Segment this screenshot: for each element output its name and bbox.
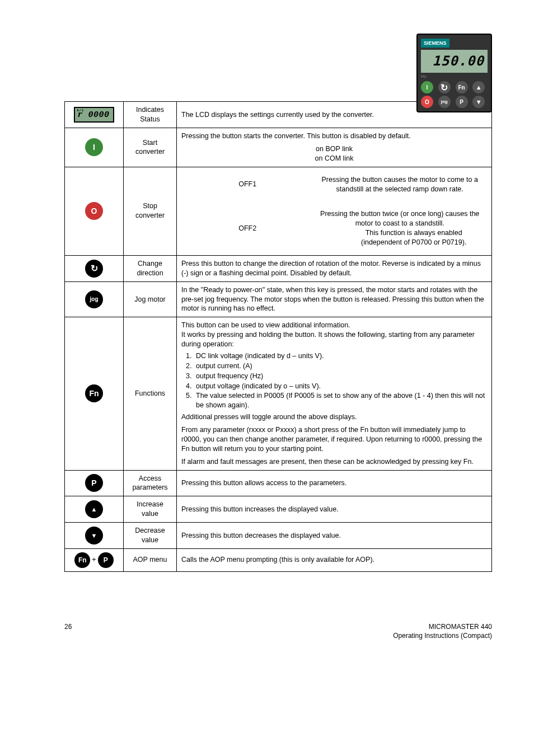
table-row: Fn Functions This button can be used to … [65, 317, 492, 470]
fn-li: output voltage (indicated by o – units V… [194, 382, 487, 391]
operator-panel-image: SIEMENS 150.00 Hz I Fn O jog P [64, 34, 492, 112]
fn-button-icon: Fn [85, 384, 103, 402]
hz-label: Hz [421, 74, 488, 80]
down-button-icon [85, 527, 103, 544]
fn-label: Jog motor [124, 281, 177, 317]
fn-p2: It works by pressing and holding the but… [181, 330, 487, 349]
fn-desc: Press this button to change the directio… [177, 255, 492, 281]
page-footer: 26 MICROMASTER 440 Operating Instruction… [64, 622, 492, 640]
table-row: O Stop converter OFF1 Pressing the butto… [65, 167, 492, 255]
fn-label: Stop converter [124, 167, 177, 255]
jog-button-icon: jog [85, 290, 103, 308]
fn-label: Increase value [124, 496, 177, 523]
stop-button-icon: O [85, 202, 103, 220]
fn-li: output current. (A) [194, 361, 487, 371]
fn-li: output frequency (Hz) [194, 372, 487, 381]
panel-button-grid: I Fn O jog P [421, 81, 488, 108]
fn-label: AOP menu [124, 548, 177, 571]
com-note: on COM link [181, 154, 487, 163]
fn-label: Start converter [124, 128, 177, 167]
off2-label: OFF2 [182, 206, 312, 251]
fn-p4: From any parameter (rxxxx or Pxxxx) a sh… [181, 425, 487, 454]
reverse-button-icon [85, 260, 103, 278]
footer-subtitle: Operating Instructions (Compact) [393, 631, 492, 640]
fn-label: Change direction [124, 255, 177, 281]
panel-down-icon [472, 96, 485, 108]
stop-note-1: This function is always enabled [318, 228, 481, 238]
p-button-icon: P [85, 474, 103, 492]
table-row: Fn + P AOP menu Calls the AOP menu promp… [65, 548, 492, 571]
up-button-icon [85, 500, 103, 518]
fn-desc: Pressing this button decreases the displ… [177, 523, 492, 549]
fn-plus-p-combo-icon: Fn + P [74, 552, 113, 568]
fn-p5: If alarm and fault messages are present,… [181, 457, 487, 467]
lcd-display: 150.00 [421, 50, 488, 72]
brand-badge: SIEMENS [421, 39, 449, 48]
footer-title: MICROMASTER 440 [393, 622, 492, 631]
panel-stop-icon: O [421, 96, 433, 108]
fn-steps-list: DC link voltage (indicated by d – units … [181, 351, 487, 410]
page-number: 26 [64, 622, 72, 640]
panel-p-icon: P [456, 96, 468, 108]
fn-label: Access parameters [124, 470, 177, 496]
fn-li: DC link voltage (indicated by d – units … [194, 351, 487, 361]
panel-reverse-icon [438, 81, 451, 93]
table-row: Decrease value Pressing this button decr… [65, 523, 492, 549]
fn-desc: Pressing this button allows access to th… [177, 470, 492, 496]
panel-start-icon: I [421, 81, 433, 93]
off1-desc: Pressing the button causes the motor to … [313, 172, 486, 198]
fn-desc: Pressing the button starts the converter… [181, 132, 487, 141]
panel-up-icon [472, 81, 485, 93]
table-row: P Access parameters Pressing this button… [65, 470, 492, 496]
stop-note-2: (independent of P0700 or P0719). [318, 238, 481, 247]
fn-desc: Calls the AOP menu prompting (this is on… [177, 548, 492, 571]
fn-label: Indicates Status [124, 102, 177, 128]
panel-jog-icon: jog [438, 96, 451, 108]
table-row: jog Jog motor In the "Ready to power-on"… [65, 281, 492, 317]
start-button-icon: I [85, 138, 103, 156]
r0000-display-icon: r 0000 [74, 107, 114, 123]
bop-note: on BOP link [181, 144, 487, 154]
table-row: I Start converter Pressing the button st… [65, 128, 492, 167]
fn-li: The value selected in P0005 (If P0005 is… [194, 391, 487, 410]
off1-label: OFF1 [182, 172, 312, 198]
fn-p1: This button can be used to view addition… [181, 321, 487, 330]
fn-desc: Pressing this button increases the displ… [177, 496, 492, 523]
panel-fn-icon: Fn [456, 81, 468, 93]
table-row: Increase value Pressing this button incr… [65, 496, 492, 523]
fn-label: Functions [124, 317, 177, 470]
button-reference-table: r 0000 Indicates Status The LCD displays… [64, 101, 492, 572]
table-row: Change direction Press this button to ch… [65, 255, 492, 281]
fn-p3: Additional presses will toggle around th… [181, 412, 487, 422]
fn-desc: In the "Ready to power-on" state, when t… [177, 281, 492, 317]
fn-label: Decrease value [124, 523, 177, 549]
off2-desc: Pressing the button twice (or once long)… [320, 210, 479, 227]
